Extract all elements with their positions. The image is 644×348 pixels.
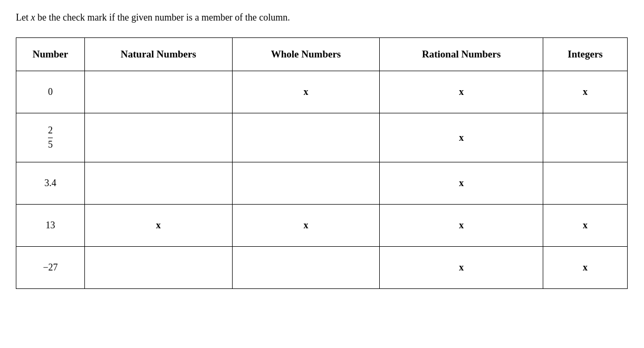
fraction-2-5: 2 5 bbox=[48, 125, 53, 150]
header-integers: Integers bbox=[543, 38, 628, 71]
check-rational-1: x bbox=[459, 132, 464, 143]
cell-number-0: 0 bbox=[16, 71, 85, 113]
number-classification-table: Number Natural Numbers Whole Numbers Rat… bbox=[16, 37, 628, 289]
cell-integers-2 bbox=[543, 162, 628, 205]
cell-whole-1 bbox=[232, 113, 380, 162]
check-natural-3: x bbox=[156, 220, 161, 230]
cell-integers-1 bbox=[543, 113, 628, 162]
table-row: −27 x x bbox=[16, 247, 628, 289]
cell-number-3: 13 bbox=[16, 205, 85, 247]
cell-number-4: −27 bbox=[16, 247, 85, 289]
table-header-row: Number Natural Numbers Whole Numbers Rat… bbox=[16, 38, 628, 71]
check-rational-0: x bbox=[459, 86, 464, 97]
check-integers-4: x bbox=[583, 262, 588, 273]
cell-number-1: 2 5 bbox=[16, 113, 85, 162]
cell-whole-0: x bbox=[232, 71, 380, 113]
cell-natural-4 bbox=[84, 247, 232, 289]
cell-rational-0: x bbox=[380, 71, 543, 113]
header-natural: Natural Numbers bbox=[84, 38, 232, 71]
header-number: Number bbox=[16, 38, 85, 71]
header-whole: Whole Numbers bbox=[232, 38, 380, 71]
cell-natural-2 bbox=[84, 162, 232, 205]
cell-rational-2: x bbox=[380, 162, 543, 205]
fraction-numerator: 2 bbox=[48, 125, 53, 138]
intro-paragraph: Let x be the check mark if the given num… bbox=[16, 11, 628, 25]
cell-natural-1 bbox=[84, 113, 232, 162]
cell-natural-0 bbox=[84, 71, 232, 113]
cell-integers-4: x bbox=[543, 247, 628, 289]
cell-whole-3: x bbox=[232, 205, 380, 247]
cell-rational-4: x bbox=[380, 247, 543, 289]
cell-integers-3: x bbox=[543, 205, 628, 247]
header-rational: Rational Numbers bbox=[380, 38, 543, 71]
cell-integers-0: x bbox=[543, 71, 628, 113]
check-rational-4: x bbox=[459, 262, 464, 273]
table-row: 13 x x x x bbox=[16, 205, 628, 247]
table-row: 2 5 x bbox=[16, 113, 628, 162]
table-row: 3.4 x bbox=[16, 162, 628, 205]
check-integers-0: x bbox=[583, 86, 588, 97]
cell-whole-2 bbox=[232, 162, 380, 205]
check-whole-0: x bbox=[304, 86, 309, 97]
table-container: Number Natural Numbers Whole Numbers Rat… bbox=[16, 37, 628, 289]
cell-natural-3: x bbox=[84, 205, 232, 247]
fraction-denominator: 5 bbox=[48, 139, 53, 151]
variable: x bbox=[31, 12, 35, 23]
check-integers-3: x bbox=[583, 220, 588, 230]
cell-rational-3: x bbox=[380, 205, 543, 247]
check-rational-2: x bbox=[459, 178, 464, 188]
table-row: 0 x x x bbox=[16, 71, 628, 113]
check-whole-3: x bbox=[304, 220, 309, 230]
cell-whole-4 bbox=[232, 247, 380, 289]
cell-number-2: 3.4 bbox=[16, 162, 85, 205]
cell-rational-1: x bbox=[380, 113, 543, 162]
check-rational-3: x bbox=[459, 220, 464, 230]
